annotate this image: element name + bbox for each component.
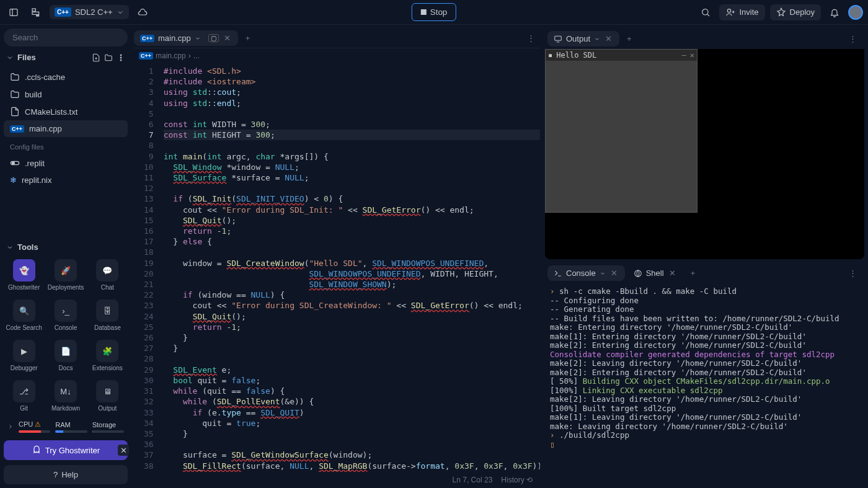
tool-deployments[interactable]: 🚀Deployments xyxy=(46,257,84,293)
project-selector[interactable]: C++ SDL2 C++ xyxy=(50,5,129,19)
ghost-icon xyxy=(32,445,42,455)
cursor-position: Ln 7, Col 23 xyxy=(453,476,493,484)
chevron-down-icon xyxy=(6,244,14,251)
file-item[interactable]: C++main.cpp xyxy=(4,120,128,137)
file-item[interactable]: CMakeLists.txt xyxy=(4,103,128,120)
sdl-app-window[interactable]: ▪ Hello SDL — ✕ xyxy=(545,49,698,213)
svg-rect-0 xyxy=(10,9,17,16)
close-icon[interactable]: ✕ xyxy=(604,34,613,43)
invite-button[interactable]: Invite xyxy=(719,4,764,20)
tool-chat[interactable]: 💬Chat xyxy=(89,257,126,293)
chevron-down-icon xyxy=(6,54,14,61)
breadcrumb[interactable]: C++ main.cpp › ... xyxy=(134,48,540,63)
cloud-icon[interactable] xyxy=(134,4,151,21)
config-files-label: Config files xyxy=(4,140,128,152)
tool-console[interactable]: ›_Console xyxy=(46,297,84,334)
file-item[interactable]: .ccls-cache xyxy=(4,68,128,86)
output-tab[interactable]: Output ✕ xyxy=(547,31,619,47)
svg-rect-2 xyxy=(32,9,35,11)
tools-header[interactable]: Tools xyxy=(4,239,128,255)
more-icon[interactable]: ⋮ xyxy=(844,34,862,43)
output-viewport[interactable]: ▪ Hello SDL — ✕ xyxy=(545,49,864,259)
new-folder-icon[interactable] xyxy=(104,53,113,62)
svg-point-12 xyxy=(120,55,122,56)
console-tab[interactable]: Console ✕ xyxy=(547,265,625,281)
close-icon[interactable]: ✕ xyxy=(690,51,694,60)
more-icon[interactable]: ⋮ xyxy=(844,268,862,278)
tool-git[interactable]: ⎇Git xyxy=(5,378,43,414)
history-button[interactable]: History ⟲ xyxy=(501,476,533,484)
tool-output[interactable]: 🖥Output xyxy=(89,378,126,414)
tool-ghostwriter[interactable]: 👻Ghostwriter xyxy=(5,257,43,293)
avatar[interactable] xyxy=(848,5,863,20)
tool-extensions[interactable]: 🧩Extensions xyxy=(89,337,126,374)
stop-icon xyxy=(421,9,427,15)
svg-point-7 xyxy=(728,9,731,12)
close-icon[interactable]: ✕ xyxy=(223,33,232,43)
files-header[interactable]: Files xyxy=(4,49,128,66)
tool-code-search[interactable]: 🔍Code Search xyxy=(5,297,43,334)
tool-markdown[interactable]: M↓Markdown xyxy=(46,378,84,414)
shell-tab[interactable]: Shell ✕ xyxy=(627,265,683,281)
file-item[interactable]: build xyxy=(4,86,128,103)
close-icon[interactable]: ✕ xyxy=(118,445,129,456)
project-name: SDL2 C++ xyxy=(75,7,113,17)
console-output[interactable]: › sh -c cmake -Bbuild . && make -C build… xyxy=(545,283,864,484)
monitor-icon xyxy=(554,35,562,43)
minimize-icon[interactable]: — xyxy=(682,51,686,60)
chevron-down-icon[interactable] xyxy=(594,36,600,42)
bell-icon[interactable] xyxy=(826,4,843,21)
chevron-down-icon[interactable] xyxy=(600,270,606,277)
replit-logo-icon[interactable] xyxy=(27,4,45,21)
stop-button[interactable]: Stop xyxy=(412,3,456,21)
close-icon[interactable]: ✕ xyxy=(609,268,619,278)
help-button[interactable]: ? Help xyxy=(4,465,128,484)
cpp-badge-icon: C++ xyxy=(139,52,153,60)
svg-point-5 xyxy=(702,9,708,14)
cpp-badge-icon: C++ xyxy=(140,35,154,42)
svg-rect-3 xyxy=(32,12,39,14)
code-editor[interactable]: 1234567891011121314151617181920212223242… xyxy=(134,63,540,472)
toggle-sidebar-icon[interactable] xyxy=(5,4,22,21)
search-icon[interactable] xyxy=(697,4,714,21)
user-plus-icon xyxy=(725,7,735,17)
close-icon[interactable]: ✕ xyxy=(668,268,677,278)
more-icon[interactable]: ⋮ xyxy=(522,33,540,43)
rocket-icon xyxy=(776,7,786,17)
svg-rect-4 xyxy=(37,15,39,16)
svg-rect-17 xyxy=(555,36,562,40)
svg-line-6 xyxy=(707,14,709,16)
svg-point-16 xyxy=(12,162,14,164)
new-tab-button[interactable]: + xyxy=(686,268,701,278)
file-item[interactable]: .replit xyxy=(4,154,128,172)
svg-point-14 xyxy=(120,60,122,61)
svg-point-13 xyxy=(120,57,122,58)
deploy-button[interactable]: Deploy xyxy=(770,4,821,20)
app-icon: ▪ xyxy=(548,51,552,60)
editor-tab[interactable]: C++ main.cpp ▢ ✕ xyxy=(134,30,238,46)
ghostwriter-cta-button[interactable]: Try Ghostwriter xyxy=(4,440,128,460)
resources-bar[interactable]: CPU ⚠ RAM Storage xyxy=(4,418,128,435)
chevron-down-icon[interactable] xyxy=(195,35,201,42)
new-file-icon[interactable] xyxy=(92,53,100,62)
cpp-badge-icon: C++ xyxy=(55,7,71,17)
tool-database[interactable]: 🗄Database xyxy=(89,297,126,334)
new-tab-button[interactable]: + xyxy=(241,33,255,43)
tool-docs[interactable]: 📄Docs xyxy=(46,337,84,374)
chevron-down-icon xyxy=(117,9,124,16)
tool-debugger[interactable]: ▶Debugger xyxy=(5,337,43,374)
terminal-icon xyxy=(554,269,562,278)
bookmark-icon[interactable]: ▢ xyxy=(208,34,219,42)
window-title: Hello SDL xyxy=(556,51,678,60)
svg-point-20 xyxy=(634,270,641,277)
more-icon[interactable] xyxy=(117,53,125,62)
new-tab-button[interactable]: + xyxy=(622,34,637,43)
shell-icon xyxy=(634,269,642,278)
search-input[interactable]: Search xyxy=(4,29,128,47)
help-icon: ? xyxy=(53,470,58,479)
chevron-right-icon xyxy=(7,424,14,430)
file-item[interactable]: ❄replit.nix xyxy=(4,172,128,189)
